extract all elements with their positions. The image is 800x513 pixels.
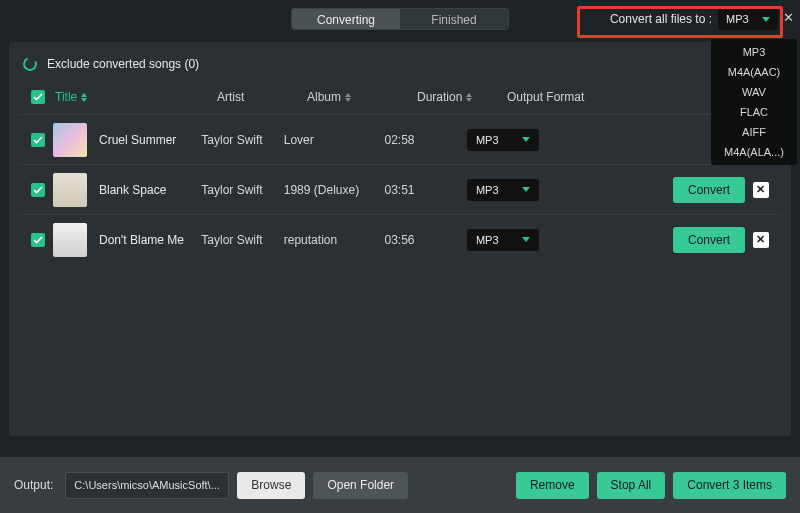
track-duration: 02:58 <box>385 133 467 147</box>
remove-row-button[interactable]: ✕ <box>753 182 769 198</box>
column-header-album[interactable]: Album <box>307 90 417 104</box>
row-checkbox[interactable] <box>31 133 45 147</box>
remove-button[interactable]: Remove <box>516 472 589 499</box>
row-format-value: MP3 <box>476 184 499 196</box>
track-title: Blank Space <box>99 183 166 197</box>
album-art <box>53 173 87 207</box>
sort-icon <box>466 93 472 102</box>
format-dropdown[interactable]: MP3 M4A(AAC) WAV FLAC AIFF M4A(ALA...) <box>711 39 797 165</box>
check-icon <box>33 92 43 102</box>
track-artist: Taylor Swift <box>201 183 283 197</box>
track-album: Lover <box>284 133 385 147</box>
browse-button[interactable]: Browse <box>237 472 305 499</box>
track-artist: Taylor Swift <box>201 233 283 247</box>
track-album: 1989 (Deluxe) <box>284 183 385 197</box>
chevron-down-icon <box>522 187 530 192</box>
column-title-label: Title <box>55 90 77 104</box>
chevron-down-icon <box>762 17 770 22</box>
column-header-output-format: Output Format <box>507 90 625 104</box>
chevron-down-icon <box>522 237 530 242</box>
column-duration-label: Duration <box>417 90 462 104</box>
tab-converting[interactable]: Converting <box>292 9 400 30</box>
exclude-converted-label: Exclude converted songs (0) <box>47 57 199 71</box>
table-row: Cruel Summer Taylor Swift Lover 02:58 MP… <box>19 114 781 164</box>
convert-button[interactable]: Convert <box>673 177 745 203</box>
remove-row-button[interactable]: ✕ <box>753 232 769 248</box>
table-row: Don't Blame Me Taylor Swift reputation 0… <box>19 214 781 264</box>
open-folder-button[interactable]: Open Folder <box>313 472 408 499</box>
convert-button[interactable]: Convert <box>673 227 745 253</box>
album-art <box>53 223 87 257</box>
column-header-artist[interactable]: Artist <box>217 90 307 104</box>
format-option[interactable]: MP3 <box>711 42 797 62</box>
format-option[interactable]: M4A(AAC) <box>711 62 797 82</box>
format-option[interactable]: FLAC <box>711 102 797 122</box>
track-duration: 03:51 <box>385 183 467 197</box>
output-path-field[interactable]: C:\Users\micso\AMusicSoft\... <box>65 472 229 499</box>
row-checkbox[interactable] <box>31 233 45 247</box>
sort-icon <box>81 93 87 102</box>
row-format-select[interactable]: MP3 <box>467 179 539 201</box>
track-album: reputation <box>284 233 385 247</box>
format-option[interactable]: M4A(ALA...) <box>711 142 797 162</box>
table-row: Blank Space Taylor Swift 1989 (Deluxe) 0… <box>19 164 781 214</box>
format-option[interactable]: AIFF <box>711 122 797 142</box>
close-icon[interactable]: ✕ <box>783 10 794 25</box>
select-all-checkbox[interactable] <box>31 90 45 104</box>
format-option[interactable]: WAV <box>711 82 797 102</box>
output-label: Output: <box>14 478 53 492</box>
row-format-value: MP3 <box>476 234 499 246</box>
convert-all-label: Convert all files to : <box>610 12 712 26</box>
column-header-duration[interactable]: Duration <box>417 90 507 104</box>
convert-all-format-select[interactable]: MP3 <box>718 8 778 30</box>
track-title: Cruel Summer <box>99 133 176 147</box>
tab-finished[interactable]: Finished <box>400 9 508 30</box>
track-artist: Taylor Swift <box>201 133 283 147</box>
row-format-select[interactable]: MP3 <box>467 229 539 251</box>
sort-icon <box>345 93 351 102</box>
track-title: Don't Blame Me <box>99 233 184 247</box>
column-album-label: Album <box>307 90 341 104</box>
track-duration: 03:56 <box>385 233 467 247</box>
row-format-select[interactable]: MP3 <box>467 129 539 151</box>
chevron-down-icon <box>522 137 530 142</box>
refresh-icon[interactable] <box>21 55 39 73</box>
convert-all-format-value: MP3 <box>726 13 749 25</box>
album-art <box>53 123 87 157</box>
convert-items-button[interactable]: Convert 3 Items <box>673 472 786 499</box>
tab-group: Converting Finished <box>291 8 509 30</box>
bottom-bar: Output: C:\Users\micso\AMusicSoft\... Br… <box>0 457 800 513</box>
stop-all-button[interactable]: Stop All <box>597 472 666 499</box>
row-checkbox[interactable] <box>31 183 45 197</box>
row-format-value: MP3 <box>476 134 499 146</box>
column-header-title[interactable]: Title <box>55 90 217 104</box>
